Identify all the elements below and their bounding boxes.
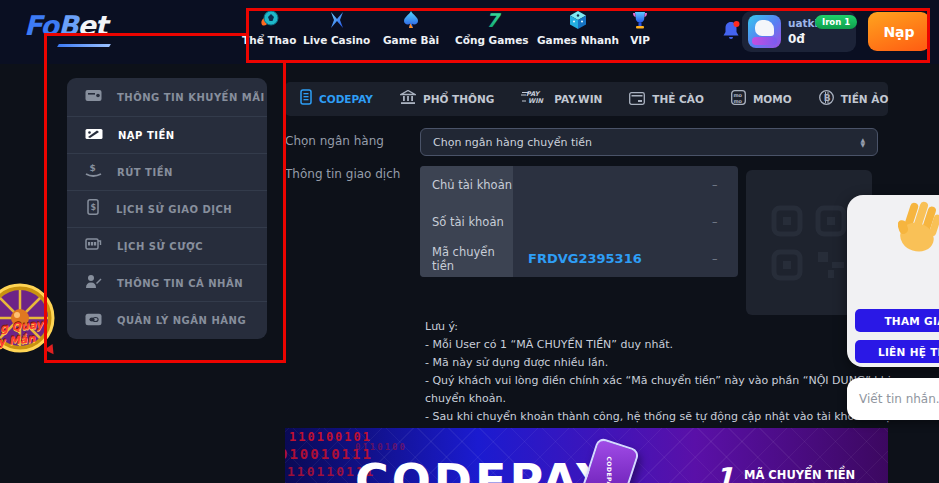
sidebar-item-label: THÔNG TIN CÁ NHÂN bbox=[117, 278, 243, 289]
user-chip[interactable]: uatkim... 0đ Iron 1 bbox=[742, 11, 856, 52]
nav-label: Games Nhanh bbox=[537, 34, 619, 46]
row-dash: – bbox=[712, 203, 738, 240]
bank-card-icon bbox=[85, 311, 102, 330]
tab-label: CODEPAY bbox=[319, 93, 373, 105]
row-label: Số tài khoản bbox=[420, 203, 513, 240]
row-dash: – bbox=[712, 240, 738, 277]
note-line: - Quý khách vui lòng điền chính xác “Mã … bbox=[425, 372, 905, 408]
sidebar-item-deposit[interactable]: NẠP TIỀN bbox=[67, 116, 267, 153]
sidebar-item-profile[interactable]: THÔNG TIN CÁ NHÂN bbox=[67, 264, 267, 301]
table-row-account-number: Số tài khoản – bbox=[420, 203, 738, 240]
payment-method-tabs: CODEPAY PHỔ THÔNG PAYWIN PAY.WIN THẺ CÀO… bbox=[285, 82, 888, 116]
tab-label: THẺ CÀO bbox=[652, 93, 704, 105]
bank-building-icon bbox=[400, 90, 416, 109]
slot-machine-icon bbox=[85, 237, 102, 256]
join-button[interactable]: THAM GIA bbox=[855, 309, 939, 332]
logo-part3: et bbox=[78, 10, 107, 41]
svg-text:mo: mo bbox=[733, 97, 742, 103]
row-value bbox=[513, 166, 712, 203]
hand-dollar-icon: $ bbox=[85, 162, 102, 182]
nav-item-game-bai[interactable]: Game Bài bbox=[383, 9, 439, 46]
app-root: FoBet Thể Thao Live Casino Game Bài 7 bbox=[0, 0, 939, 483]
notes-title: Lưu ý: bbox=[425, 318, 905, 336]
waving-hand-icon bbox=[898, 200, 939, 260]
tab-momo[interactable]: momo MOMO bbox=[731, 90, 792, 109]
tab-label: TIỀN ẢO bbox=[841, 93, 889, 105]
bank-select-value: Chọn ngân hàng chuyển tiền bbox=[433, 136, 860, 149]
nav-label: VIP bbox=[630, 34, 650, 46]
notification-bell-icon[interactable] bbox=[719, 19, 743, 43]
nav-item-the-thao[interactable]: Thể Thao bbox=[242, 9, 296, 46]
codepay-phone-icon bbox=[300, 89, 312, 109]
promo-wallet-icon bbox=[85, 88, 102, 107]
logo-part1: Fo bbox=[24, 10, 58, 41]
transfer-code-value[interactable]: FRDVG2395316 bbox=[513, 240, 712, 277]
transaction-info-label: Thông tin giao dịch bbox=[285, 167, 400, 181]
banknote-icon bbox=[85, 126, 103, 145]
svg-text:7: 7 bbox=[486, 9, 502, 31]
sidebar-item-bet-history[interactable]: LỊCH SỬ CƯỢC bbox=[67, 227, 267, 264]
tab-label: PHỔ THÔNG bbox=[423, 93, 494, 105]
nav-item-vip[interactable]: VIP bbox=[629, 9, 651, 46]
sidebar-item-label: LỊCH SỬ CƯỢC bbox=[117, 241, 203, 252]
chat-message-input[interactable]: Viết tin nhắn... bbox=[847, 378, 939, 420]
sidebar-item-promotions[interactable]: THÔNG TIN KHUYẾN MÃI bbox=[67, 79, 267, 116]
row-dash: – bbox=[712, 166, 738, 203]
tab-codepay[interactable]: CODEPAY bbox=[300, 89, 373, 109]
nav-item-cong-games[interactable]: 7 Cổng Games bbox=[455, 9, 529, 46]
spade-icon bbox=[400, 9, 422, 31]
sidebar-item-withdraw[interactable]: $ RÚT TIỀN bbox=[67, 153, 267, 190]
sidebar-item-label: LỊCH SỬ GIAO DỊCH bbox=[116, 204, 232, 215]
sports-ball-icon bbox=[258, 9, 280, 31]
transaction-info-table: Chủ tài khoản – Số tài khoản – Mã chuyển… bbox=[420, 166, 738, 277]
phone-screen-label: CODEPAY bbox=[606, 456, 613, 483]
bank-select-label: Chọn ngân hàng bbox=[285, 134, 384, 148]
site-logo[interactable]: FoBet bbox=[24, 10, 107, 41]
dice-icon bbox=[567, 9, 589, 31]
table-row-account-holder: Chủ tài khoản – bbox=[420, 166, 738, 203]
casino-icon bbox=[326, 9, 348, 31]
bitcoin-icon: B bbox=[819, 90, 834, 109]
codepay-banner[interactable]: 110100101 010010111 110110111 0110100 CO… bbox=[285, 428, 888, 483]
nav-item-live-casino[interactable]: Live Casino bbox=[303, 9, 370, 46]
chat-input-placeholder: Viết tin nhắn... bbox=[859, 392, 939, 406]
nav-item-games-nhanh[interactable]: Games Nhanh bbox=[537, 9, 619, 46]
contact-telegram-button[interactable]: LIÊN HỆ TEL bbox=[855, 340, 939, 363]
svg-text:$: $ bbox=[91, 203, 97, 212]
logo-part2: B bbox=[58, 10, 78, 41]
table-row-transfer-code: Mã chuyển tiền FRDVG2395316 – bbox=[420, 240, 738, 277]
row-label: Mã chuyển tiền bbox=[420, 240, 513, 277]
sidebar-item-bank-management[interactable]: QUẢN LÝ NGÂN HÀNG bbox=[67, 301, 267, 338]
select-arrows-icon: ▲▼ bbox=[860, 137, 865, 147]
row-label: Chủ tài khoản bbox=[420, 166, 513, 203]
note-line: - Mỗi User có 1 “MÃ CHUYỂN TIỀN” duy nhấ… bbox=[425, 336, 905, 354]
momo-logo-icon: momo bbox=[731, 90, 746, 109]
header: FoBet Thể Thao Live Casino Game Bài 7 bbox=[0, 0, 939, 64]
bank-select[interactable]: Chọn ngân hàng chuyển tiền ▲▼ bbox=[420, 128, 878, 156]
binary-decoration: 0110100 bbox=[355, 442, 407, 452]
trophy-icon bbox=[629, 9, 651, 31]
account-sidebar: THÔNG TIN KHUYẾN MÃI NẠP TIỀN $ RÚT TIỀN… bbox=[67, 78, 267, 339]
banner-transfer-code-text: MÃ CHUYỂN TIỀN bbox=[744, 468, 855, 482]
annotation-rect-sidebar-bottom bbox=[44, 360, 286, 363]
seven-icon: 7 bbox=[481, 9, 503, 31]
qr-glyph-icon bbox=[766, 200, 852, 286]
tier-badge: Iron 1 bbox=[815, 15, 857, 29]
tab-tien-ao[interactable]: B TIỀN ẢO bbox=[819, 90, 889, 109]
sidebar-item-transaction-history[interactable]: $ LỊCH SỬ GIAO DỊCH bbox=[67, 190, 267, 227]
deposit-notes: Lưu ý: - Mỗi User có 1 “MÃ CHUYỂN TIỀN” … bbox=[425, 318, 905, 444]
nav-label: Live Casino bbox=[303, 34, 370, 46]
avatar bbox=[748, 15, 781, 48]
sidebar-item-label: RÚT TIỀN bbox=[117, 167, 173, 178]
note-line: - Mã này sử dụng được nhiều lần. bbox=[425, 354, 905, 372]
tab-pho-thong[interactable]: PHỔ THÔNG bbox=[400, 90, 494, 109]
deposit-button[interactable]: Nạp bbox=[868, 12, 930, 51]
svg-text:B: B bbox=[823, 92, 830, 102]
tab-paywin[interactable]: PAYWIN PAY.WIN bbox=[521, 89, 602, 109]
tab-the-cao[interactable]: THẺ CÀO bbox=[629, 90, 704, 109]
nav-label: Game Bài bbox=[383, 34, 439, 46]
logo-swoosh bbox=[57, 44, 111, 47]
sidebar-item-label: THÔNG TIN KHUYẾN MÃI bbox=[117, 92, 265, 103]
nav-label: Cổng Games bbox=[455, 34, 529, 46]
person-edit-icon bbox=[85, 274, 102, 293]
